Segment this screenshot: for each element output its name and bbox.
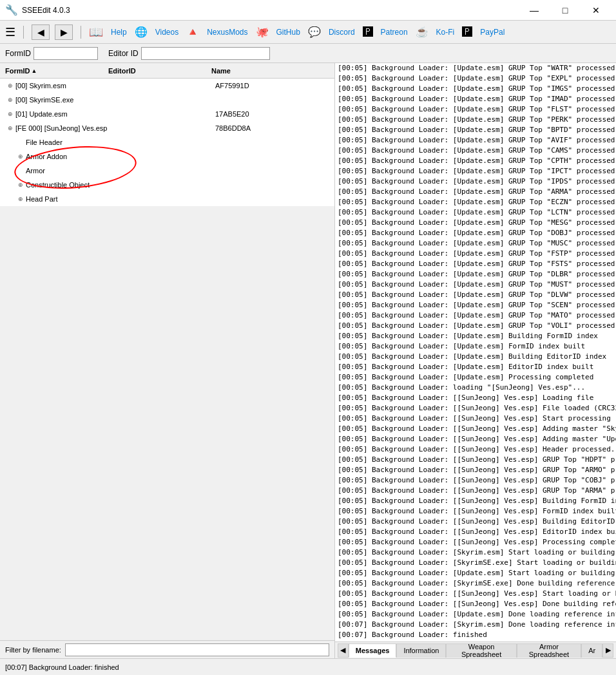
forward-button[interactable]: ▶ — [55, 24, 73, 40]
log-line: [00:05] Background Loader: [Update.esm] … — [338, 115, 613, 125]
log-line: [00:05] Background Loader: [Update.esm] … — [338, 331, 613, 341]
tab-ar[interactable]: Ar — [581, 643, 602, 658]
tab-weapon-spreadsheet[interactable]: Weapon Spreadsheet — [446, 643, 516, 658]
log-line: [00:05] Background Loader: [SkyrimSE.exe… — [338, 578, 613, 589]
tree-row[interactable]: ⊕ Armor Addon — [0, 149, 334, 164]
tab-information[interactable]: Information — [396, 643, 446, 658]
log-line: [00:05] Background Loader: [Update.esm] … — [338, 207, 613, 218]
log-line: [00:05] Background Loader: [SkyrimSE.exe… — [338, 558, 613, 568]
nexusmods-icon: 🔺 — [186, 26, 199, 38]
toolbar-separator-2 — [81, 26, 81, 39]
title-bar-left: 🔧 SSEEdit 4.0.3 — [5, 4, 70, 16]
videos-link[interactable]: Videos — [153, 28, 181, 37]
paypal-icon: 🅿 — [462, 26, 472, 38]
tree-row[interactable]: ⊕ Head Part — [0, 192, 334, 206]
close-button[interactable]: ✕ — [581, 0, 611, 21]
log-line: [00:05] Background Loader: [Update.esm] … — [338, 321, 613, 331]
title-text: SSEEdit 4.0.3 — [22, 6, 70, 15]
log-line: [00:05] Background Loader: [Update.esm] … — [338, 372, 613, 383]
log-line: [00:05] Background Loader: [[SunJeong] V… — [338, 455, 613, 465]
tree-cell-formid: Constructible Object — [26, 181, 126, 189]
tree-row[interactable]: ⊕ [01] Update.esm 17AB5E20 — [0, 107, 334, 121]
video-icon: 🌐 — [135, 26, 148, 38]
log-line: [00:05] Background Loader: [Skyrim.esm] … — [338, 547, 613, 558]
kofi-link[interactable]: Ko-Fi — [434, 28, 457, 37]
formid-label: FormID — [5, 49, 31, 58]
tree-cell-formid: Armor Addon — [26, 153, 126, 160]
tab-scroll-right-button[interactable]: ▶ — [602, 643, 613, 658]
status-bar: [00:07] Background Loader: finished — [0, 658, 616, 675]
expand-icon[interactable]: ⊕ — [5, 109, 15, 119]
maximize-button[interactable]: □ — [550, 0, 580, 21]
tab-messages[interactable]: Messages — [349, 643, 397, 658]
tree-header: FormID ▲ EditorID Name — [0, 63, 334, 79]
log-line: [00:05] Background Loader: [Update.esm] … — [338, 568, 613, 578]
bottom-tabs: ◀ MessagesInformationWeapon SpreadsheetA… — [335, 642, 616, 658]
log-line: [00:05] Background Loader: [Update.esm] … — [338, 63, 613, 73]
back-button[interactable]: ◀ — [32, 24, 50, 40]
log-line: [00:05] Background Loader: [Update.esm] … — [338, 176, 613, 187]
log-line: [00:05] Background Loader: [[SunJeong] V… — [338, 589, 613, 599]
log-line: [00:05] Background Loader: [Update.esm] … — [338, 146, 613, 156]
tree-cell-formid: Head Part — [26, 195, 126, 203]
log-line: [00:05] Background Loader: [Update.esm] … — [338, 238, 613, 249]
name-column-header: Name — [209, 67, 332, 75]
expand-icon[interactable]: ⊕ — [15, 180, 26, 190]
log-line: [00:05] Background Loader: [Update.esm] … — [338, 84, 613, 94]
log-line: [00:05] Background Loader: [Update.esm] … — [338, 197, 613, 207]
filter-label: Filter by filename: — [5, 646, 61, 654]
log-line: [00:05] Background Loader: [Update.esm] … — [338, 187, 613, 197]
log-line: [00:05] Background Loader: [Update.esm] … — [338, 280, 613, 290]
tree-row[interactable]: ⊕ Constructible Object — [0, 178, 334, 192]
expand-icon[interactable]: ⊕ — [5, 95, 15, 105]
discord-link[interactable]: Discord — [326, 28, 358, 37]
tab-scroll-left-button[interactable]: ◀ — [338, 643, 349, 658]
log-line: [00:05] Background Loader: [[SunJeong] V… — [338, 537, 613, 547]
log-line: [00:05] Background Loader: [Update.esm] … — [338, 310, 613, 321]
github-link[interactable]: GitHub — [274, 28, 303, 37]
tree-cell-formid: [00] SkyrimSE.exe — [15, 96, 115, 104]
log-line: [00:05] Background Loader: [[SunJeong] V… — [338, 465, 613, 475]
log-line: [00:05] Background Loader: [Update.esm] … — [338, 352, 613, 362]
discord-icon: 💬 — [308, 26, 321, 38]
kofi-icon: ☕ — [416, 26, 428, 38]
tree-row[interactable]: ⊕ [FE 000] [SunJeong] Ves.esp 78B6DD8A — [0, 121, 334, 135]
formid-search-group: FormID — [5, 47, 98, 60]
expand-icon[interactable] — [15, 166, 26, 176]
tree-row[interactable]: Armor — [0, 164, 334, 178]
tree-cell-formid: [00] Skyrim.esm — [15, 82, 115, 90]
paypal-link[interactable]: PayPal — [477, 28, 507, 37]
tree-row[interactable]: ⊕ [00] SkyrimSE.exe — [0, 93, 334, 107]
patreon-icon: 🅿 — [363, 26, 373, 38]
tree-wrapper: ⊕ [00] Skyrim.esm AF75991D ⊕ [00] Skyrim… — [0, 79, 334, 640]
log-line: [00:05] Background Loader: loading "[Sun… — [338, 383, 613, 393]
status-text: [00:07] Background Loader: finished — [5, 663, 119, 671]
help-link[interactable]: Help — [108, 28, 130, 37]
log-line: [00:07] Background Loader: finished — [338, 630, 613, 640]
tab-armor-spreadsheet[interactable]: Armor Spreadsheet — [517, 643, 581, 658]
expand-icon[interactable] — [15, 137, 26, 147]
patreon-link[interactable]: Patreon — [378, 28, 410, 37]
log-line: [00:05] Background Loader: [[SunJeong] V… — [338, 599, 613, 609]
filter-input[interactable] — [65, 643, 329, 656]
expand-icon[interactable]: ⊕ — [15, 151, 26, 162]
minimize-button[interactable]: — — [519, 0, 549, 21]
github-icon: 🐙 — [256, 26, 269, 38]
expand-icon[interactable]: ⊕ — [15, 194, 26, 204]
hamburger-icon[interactable]: ☰ — [5, 25, 15, 39]
expand-icon[interactable]: ⊕ — [5, 123, 15, 133]
expand-icon[interactable]: ⊕ — [5, 81, 15, 91]
editorid-label: Editor ID — [108, 49, 139, 58]
toolbar: ☰ ◀ ▶ 📖 Help 🌐 Videos 🔺 NexusMods 🐙 GitH… — [0, 21, 616, 44]
tree-row[interactable]: File Header — [0, 135, 334, 149]
editorid-search-group: Editor ID — [108, 47, 270, 60]
search-bar: FormID Editor ID — [0, 44, 616, 63]
toolbar-separator-1 — [23, 26, 24, 39]
formid-input[interactable] — [34, 47, 98, 60]
editorid-input[interactable] — [141, 47, 270, 60]
nexusmods-link[interactable]: NexusMods — [204, 28, 250, 37]
tree-row[interactable]: ⊕ [00] Skyrim.esm AF75991D — [0, 79, 334, 93]
log-line: [00:05] Background Loader: [Update.esm] … — [338, 94, 613, 104]
tree-area: ⊕ [00] Skyrim.esm AF75991D ⊕ [00] Skyrim… — [0, 79, 334, 206]
log-line: [00:05] Background Loader: [[SunJeong] V… — [338, 475, 613, 486]
